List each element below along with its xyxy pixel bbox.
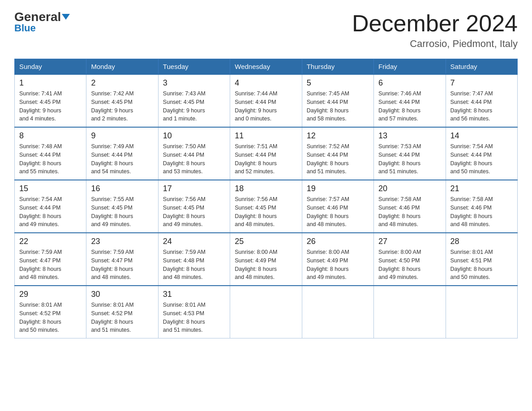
calendar-week-1: 1Sunrise: 7:41 AM Sunset: 4:45 PM Daylig… <box>15 74 518 127</box>
day-info: Sunrise: 7:53 AM Sunset: 4:44 PM Dayligh… <box>378 142 441 176</box>
calendar-day-26: 26Sunrise: 8:00 AM Sunset: 4:49 PM Dayli… <box>302 233 373 286</box>
day-info: Sunrise: 7:58 AM Sunset: 4:46 PM Dayligh… <box>450 195 513 229</box>
day-number: 18 <box>235 184 297 193</box>
weekday-header-monday: Monday <box>86 59 158 75</box>
day-number: 25 <box>235 237 297 246</box>
day-number: 16 <box>91 184 153 193</box>
day-info: Sunrise: 7:59 AM Sunset: 4:47 PM Dayligh… <box>91 248 153 282</box>
calendar-day-5: 5Sunrise: 7:45 AM Sunset: 4:44 PM Daylig… <box>302 74 373 127</box>
calendar-day-6: 6Sunrise: 7:46 AM Sunset: 4:44 PM Daylig… <box>374 74 446 127</box>
day-info: Sunrise: 7:55 AM Sunset: 4:45 PM Dayligh… <box>91 195 153 229</box>
day-number: 15 <box>19 184 82 193</box>
calendar-day-11: 11Sunrise: 7:51 AM Sunset: 4:44 PM Dayli… <box>230 127 302 180</box>
day-number: 7 <box>450 78 513 88</box>
day-number: 8 <box>19 131 82 141</box>
day-number: 17 <box>163 184 225 193</box>
calendar-day-7: 7Sunrise: 7:47 AM Sunset: 4:44 PM Daylig… <box>446 74 517 127</box>
day-number: 30 <box>91 290 153 299</box>
day-info: Sunrise: 8:01 AM Sunset: 4:52 PM Dayligh… <box>19 301 82 334</box>
calendar-day-19: 19Sunrise: 7:57 AM Sunset: 4:46 PM Dayli… <box>302 180 373 233</box>
day-info: Sunrise: 8:01 AM Sunset: 4:52 PM Dayligh… <box>91 301 153 334</box>
day-number: 2 <box>91 78 153 88</box>
day-info: Sunrise: 8:00 AM Sunset: 4:49 PM Dayligh… <box>307 248 369 282</box>
day-number: 4 <box>235 78 297 88</box>
calendar-day-23: 23Sunrise: 7:59 AM Sunset: 4:47 PM Dayli… <box>86 233 158 286</box>
empty-cell <box>230 286 302 338</box>
calendar-week-5: 29Sunrise: 8:01 AM Sunset: 4:52 PM Dayli… <box>15 286 518 338</box>
month-title: December 2024 <box>352 11 518 36</box>
day-number: 13 <box>378 131 441 141</box>
day-number: 3 <box>163 78 225 88</box>
calendar-day-29: 29Sunrise: 8:01 AM Sunset: 4:52 PM Dayli… <box>15 286 86 338</box>
weekday-header-thursday: Thursday <box>302 59 373 75</box>
calendar-day-4: 4Sunrise: 7:44 AM Sunset: 4:44 PM Daylig… <box>230 74 302 127</box>
day-number: 12 <box>307 131 369 141</box>
calendar-day-16: 16Sunrise: 7:55 AM Sunset: 4:45 PM Dayli… <box>86 180 158 233</box>
day-info: Sunrise: 7:43 AM Sunset: 4:45 PM Dayligh… <box>163 90 225 123</box>
day-number: 28 <box>450 237 513 246</box>
calendar-day-8: 8Sunrise: 7:48 AM Sunset: 4:44 PM Daylig… <box>15 127 86 180</box>
day-number: 24 <box>163 237 225 246</box>
calendar-day-9: 9Sunrise: 7:49 AM Sunset: 4:44 PM Daylig… <box>86 127 158 180</box>
day-info: Sunrise: 8:00 AM Sunset: 4:50 PM Dayligh… <box>378 248 441 282</box>
day-number: 23 <box>91 237 153 246</box>
day-number: 19 <box>307 184 369 193</box>
day-info: Sunrise: 7:54 AM Sunset: 4:44 PM Dayligh… <box>450 142 513 176</box>
day-info: Sunrise: 7:42 AM Sunset: 4:45 PM Dayligh… <box>91 90 153 123</box>
calendar-week-3: 15Sunrise: 7:54 AM Sunset: 4:44 PM Dayli… <box>15 180 518 233</box>
logo-line1: General <box>14 11 70 23</box>
calendar-day-2: 2Sunrise: 7:42 AM Sunset: 4:45 PM Daylig… <box>86 74 158 127</box>
calendar-week-4: 22Sunrise: 7:59 AM Sunset: 4:47 PM Dayli… <box>15 233 518 286</box>
calendar-day-20: 20Sunrise: 7:58 AM Sunset: 4:46 PM Dayli… <box>374 180 446 233</box>
day-number: 22 <box>19 237 82 246</box>
calendar-day-10: 10Sunrise: 7:50 AM Sunset: 4:44 PM Dayli… <box>158 127 230 180</box>
calendar-day-18: 18Sunrise: 7:56 AM Sunset: 4:45 PM Dayli… <box>230 180 302 233</box>
calendar-day-15: 15Sunrise: 7:54 AM Sunset: 4:44 PM Dayli… <box>15 180 86 233</box>
day-info: Sunrise: 7:41 AM Sunset: 4:45 PM Dayligh… <box>19 90 82 123</box>
calendar-day-17: 17Sunrise: 7:56 AM Sunset: 4:45 PM Dayli… <box>158 180 230 233</box>
calendar-day-13: 13Sunrise: 7:53 AM Sunset: 4:44 PM Dayli… <box>374 127 446 180</box>
day-info: Sunrise: 7:59 AM Sunset: 4:47 PM Dayligh… <box>19 248 82 282</box>
weekday-header-sunday: Sunday <box>15 59 86 75</box>
day-info: Sunrise: 8:01 AM Sunset: 4:53 PM Dayligh… <box>163 301 225 334</box>
day-info: Sunrise: 7:57 AM Sunset: 4:46 PM Dayligh… <box>307 195 369 229</box>
calendar-day-1: 1Sunrise: 7:41 AM Sunset: 4:45 PM Daylig… <box>15 74 86 127</box>
calendar-day-21: 21Sunrise: 7:58 AM Sunset: 4:46 PM Dayli… <box>446 180 517 233</box>
weekday-header-tuesday: Tuesday <box>158 59 230 75</box>
weekday-header-saturday: Saturday <box>446 59 517 75</box>
day-number: 1 <box>19 78 82 88</box>
weekday-header-row: SundayMondayTuesdayWednesdayThursdayFrid… <box>15 59 518 75</box>
day-number: 29 <box>19 290 82 299</box>
calendar-day-27: 27Sunrise: 8:00 AM Sunset: 4:50 PM Dayli… <box>374 233 446 286</box>
day-info: Sunrise: 8:01 AM Sunset: 4:51 PM Dayligh… <box>450 248 513 282</box>
calendar-day-14: 14Sunrise: 7:54 AM Sunset: 4:44 PM Dayli… <box>446 127 517 180</box>
calendar-day-3: 3Sunrise: 7:43 AM Sunset: 4:45 PM Daylig… <box>158 74 230 127</box>
day-info: Sunrise: 7:47 AM Sunset: 4:44 PM Dayligh… <box>450 90 513 123</box>
day-info: Sunrise: 7:48 AM Sunset: 4:44 PM Dayligh… <box>19 142 82 176</box>
calendar-day-24: 24Sunrise: 7:59 AM Sunset: 4:48 PM Dayli… <box>158 233 230 286</box>
calendar-day-30: 30Sunrise: 8:01 AM Sunset: 4:52 PM Dayli… <box>86 286 158 338</box>
day-number: 5 <box>307 78 369 88</box>
day-number: 27 <box>378 237 441 246</box>
day-info: Sunrise: 7:59 AM Sunset: 4:48 PM Dayligh… <box>163 248 225 282</box>
day-info: Sunrise: 7:56 AM Sunset: 4:45 PM Dayligh… <box>235 195 297 229</box>
empty-cell <box>302 286 373 338</box>
calendar-day-25: 25Sunrise: 8:00 AM Sunset: 4:49 PM Dayli… <box>230 233 302 286</box>
day-number: 10 <box>163 131 225 141</box>
day-info: Sunrise: 7:50 AM Sunset: 4:44 PM Dayligh… <box>163 142 225 176</box>
empty-cell <box>374 286 446 338</box>
logo: General Blue <box>14 11 70 34</box>
day-number: 20 <box>378 184 441 193</box>
location-subtitle: Carrosio, Piedmont, Italy <box>352 38 518 50</box>
title-block: December 2024 Carrosio, Piedmont, Italy <box>352 11 518 50</box>
logo-line2: Blue <box>14 22 36 34</box>
day-number: 9 <box>91 131 153 141</box>
calendar-day-28: 28Sunrise: 8:01 AM Sunset: 4:51 PM Dayli… <box>446 233 517 286</box>
day-info: Sunrise: 7:56 AM Sunset: 4:45 PM Dayligh… <box>163 195 225 229</box>
day-number: 14 <box>450 131 513 141</box>
day-info: Sunrise: 7:52 AM Sunset: 4:44 PM Dayligh… <box>307 142 369 176</box>
weekday-header-wednesday: Wednesday <box>230 59 302 75</box>
weekday-header-friday: Friday <box>374 59 446 75</box>
calendar-day-12: 12Sunrise: 7:52 AM Sunset: 4:44 PM Dayli… <box>302 127 373 180</box>
day-number: 11 <box>235 131 297 141</box>
